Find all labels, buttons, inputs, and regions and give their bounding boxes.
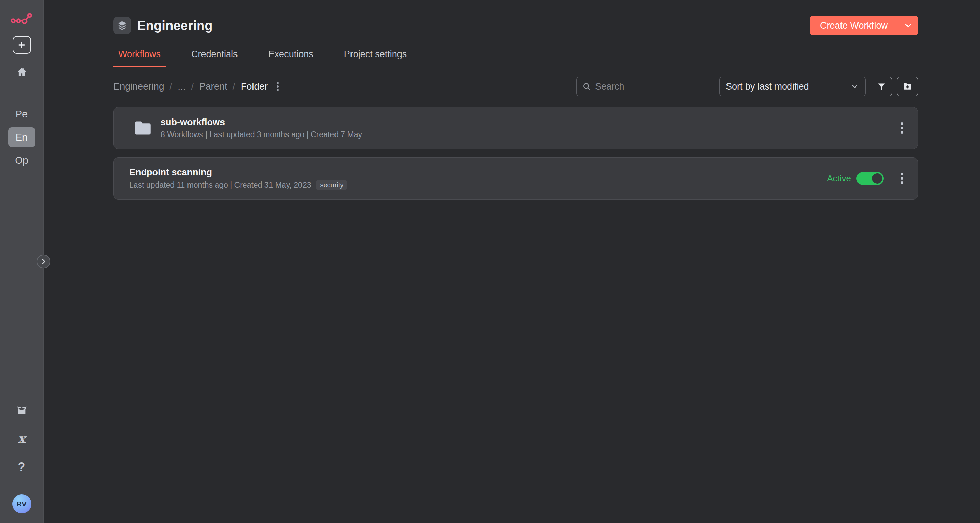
avatar[interactable]: RV <box>12 494 31 513</box>
search-input[interactable] <box>595 81 708 92</box>
project-list: Pe En Op <box>8 104 35 170</box>
n8n-logo[interactable] <box>10 12 33 26</box>
sidebar-expand-button[interactable] <box>37 255 50 268</box>
workflow-list: sub-workflows 8 Workflows | Last updated… <box>113 107 918 199</box>
search-box <box>576 77 714 96</box>
breadcrumb-root[interactable]: Engineering <box>113 81 164 92</box>
breadcrumb-separator: / <box>233 81 235 92</box>
breadcrumb-current-folder: Folder <box>241 81 268 92</box>
sort-label: Sort by last modified <box>726 81 850 92</box>
tab-project-settings[interactable]: Project settings <box>339 49 412 67</box>
main-content: Engineering Create Workflow Workflows Cr… <box>43 0 980 523</box>
filter-icon <box>877 82 886 91</box>
folder-plus-icon <box>903 82 912 91</box>
sidebar-divider <box>0 486 43 486</box>
tab-executions[interactable]: Executions <box>263 49 318 67</box>
variables-icon[interactable]: x <box>18 433 25 444</box>
sidebar-item-project-pe[interactable]: Pe <box>8 104 35 124</box>
folder-card-sub-workflows[interactable]: sub-workflows 8 Workflows | Last updated… <box>113 107 918 149</box>
help-icon[interactable]: ? <box>18 461 25 474</box>
filter-button[interactable] <box>871 77 892 96</box>
sidebar-item-project-en[interactable]: En <box>8 128 35 147</box>
tab-bar: Workflows Credentials Executions Project… <box>113 49 918 67</box>
breadcrumb-separator: / <box>169 81 172 92</box>
sort-dropdown[interactable]: Sort by last modified <box>719 77 865 96</box>
toolbar: Engineering / ... / Parent / Folder Sort… <box>113 77 918 96</box>
chevron-down-icon <box>904 21 913 30</box>
workflow-meta: Last updated 11 months ago | Created 31 … <box>129 180 311 190</box>
page-header: Engineering Create Workflow <box>113 16 918 35</box>
plus-icon <box>17 40 27 50</box>
workflow-title: Endpoint scanning <box>129 167 347 178</box>
breadcrumb-ellipsis[interactable]: ... <box>178 81 185 92</box>
breadcrumb-separator: / <box>191 81 194 92</box>
new-folder-button[interactable] <box>897 77 918 96</box>
workflow-tag-security[interactable]: security <box>316 180 347 190</box>
create-workflow-split-button: Create Workflow <box>810 16 918 35</box>
page-title: Engineering <box>137 18 213 33</box>
tab-workflows[interactable]: Workflows <box>113 49 166 67</box>
workflow-card-kebab-icon[interactable] <box>899 171 905 186</box>
folder-card-kebab-icon[interactable] <box>899 120 905 136</box>
list-controls: Sort by last modified <box>576 77 918 96</box>
sidebar-item-project-op[interactable]: Op <box>8 150 35 170</box>
chevron-down-icon <box>850 82 859 91</box>
breadcrumb: Engineering / ... / Parent / Folder <box>113 81 280 92</box>
search-icon <box>582 82 591 91</box>
folder-meta: 8 Workflows | Last updated 3 months ago … <box>161 130 362 139</box>
workflow-card-endpoint-scanning[interactable]: Endpoint scanning Last updated 11 months… <box>113 157 918 199</box>
folder-menu-kebab-icon[interactable] <box>275 81 280 92</box>
templates-icon[interactable] <box>16 404 28 416</box>
folder-title: sub-workflows <box>161 117 362 128</box>
layers-icon <box>113 17 131 34</box>
active-toggle[interactable] <box>856 172 884 185</box>
sidebar: Pe En Op x ? RV <box>0 0 43 523</box>
create-workflow-dropdown-button[interactable] <box>898 16 918 35</box>
chevron-right-icon <box>40 258 47 265</box>
create-workflow-button[interactable]: Create Workflow <box>810 16 898 35</box>
breadcrumb-parent[interactable]: Parent <box>199 81 227 92</box>
tab-credentials[interactable]: Credentials <box>186 49 243 67</box>
folder-icon <box>134 121 152 136</box>
add-button[interactable] <box>13 36 31 54</box>
active-status-label: Active <box>827 173 851 184</box>
home-icon[interactable] <box>16 67 27 78</box>
